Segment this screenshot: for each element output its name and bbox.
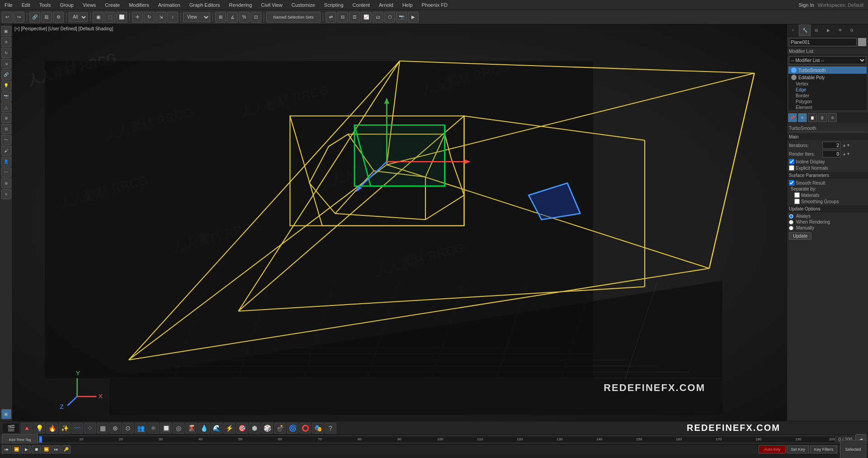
modifier-editable-poly[interactable]: Editable Poly — [788, 74, 867, 81]
menu-content[interactable]: Content — [348, 1, 375, 9]
anim-fx6-btn[interactable]: ⬢ — [249, 423, 260, 434]
anim-water-btn[interactable]: 〰 — [71, 423, 83, 434]
anim-fx11-btn[interactable]: 🎭 — [312, 423, 324, 434]
manually-radio[interactable] — [789, 226, 793, 230]
lt-scale[interactable]: ⇲ — [1, 59, 11, 69]
anim-fx10-btn[interactable]: ⭕ — [299, 423, 311, 434]
menu-animation[interactable]: Animation — [154, 1, 185, 9]
mirror-button[interactable]: ⇌ — [326, 12, 336, 23]
lt-geo[interactable]: △ — [1, 102, 11, 112]
ms-show[interactable]: 👁 — [798, 113, 807, 122]
mod-sub-vertex[interactable]: Vertex — [788, 81, 867, 87]
anim-fx2-btn[interactable]: 💧 — [198, 423, 210, 434]
sign-in-label[interactable]: Sign In — [798, 2, 814, 8]
lt-helper[interactable]: ⊕ — [1, 113, 11, 123]
lt-rotate[interactable]: ↻ — [1, 48, 11, 58]
lt-populate[interactable]: 👤 — [1, 157, 11, 167]
menu-civil-view[interactable]: Civil View — [256, 1, 287, 9]
timeline-track[interactable]: 1 10 20 30 40 50 60 70 80 90 100 110 120… — [39, 436, 835, 443]
scale-type-button[interactable]: ↕ — [167, 12, 178, 23]
snap-toggle[interactable]: ⊞ — [215, 12, 226, 23]
anim-cloth-btn[interactable]: ▦ — [97, 423, 108, 434]
object-name-input[interactable] — [789, 38, 857, 46]
menu-help[interactable]: Help — [398, 1, 417, 9]
smoothing-groups-checkbox[interactable] — [794, 199, 800, 204]
anim-bodies-btn[interactable]: ⊛ — [109, 423, 121, 434]
ms-copy[interactable]: 📋 — [808, 113, 817, 122]
next-key-btn[interactable]: ⏩ — [42, 445, 51, 453]
prev-key-btn[interactable]: ⏪ — [12, 445, 21, 453]
anim-effects-btn[interactable]: ✨ — [59, 423, 71, 434]
mod-sub-polygon[interactable]: Polygon — [788, 99, 867, 105]
lt-curve[interactable]: 〜 — [1, 135, 11, 145]
iterations-input[interactable] — [822, 142, 840, 149]
rp-tab-motion[interactable]: ▶ — [822, 24, 834, 36]
anim-fx5-btn[interactable]: 🎯 — [236, 423, 248, 434]
bind-button[interactable]: ⚙ — [53, 12, 64, 23]
smooth-result-checkbox[interactable] — [789, 180, 794, 186]
align-button[interactable]: ⊟ — [337, 12, 348, 23]
menu-scripting[interactable]: Scripting — [320, 1, 348, 9]
play-btn[interactable]: ▶ — [22, 445, 31, 453]
lt-paint[interactable]: 🖌 — [1, 146, 11, 156]
rp-tab-utilities[interactable]: ⚙ — [846, 24, 858, 36]
mod-sub-element[interactable]: Element — [788, 105, 867, 110]
lt-viewport-small[interactable]: ▣ — [1, 409, 11, 419]
menu-modifiers[interactable]: Modifiers — [124, 1, 154, 9]
key-filters-btn[interactable]: Key Filters — [810, 445, 837, 453]
auto-key-btn[interactable]: Auto Key — [759, 445, 786, 453]
link-button[interactable]: 🔗 — [29, 12, 40, 23]
anim-fx9-btn[interactable]: 🌀 — [287, 423, 298, 434]
anim-geo-btn[interactable]: 🔺 — [21, 423, 33, 434]
key-mode-btn[interactable]: 🔑 — [61, 445, 71, 453]
render-iters-input[interactable] — [822, 150, 840, 157]
select-mode-dropdown[interactable]: All — [69, 12, 88, 22]
menu-edit[interactable]: Edit — [17, 1, 35, 9]
menu-file[interactable]: File — [0, 1, 17, 9]
menu-graph-editors[interactable]: Graph Editors — [185, 1, 225, 9]
isoline-checkbox[interactable] — [789, 159, 794, 164]
lt-space[interactable]: ⊞ — [1, 124, 11, 134]
window-crossing-button[interactable]: ⬜ — [116, 12, 127, 23]
lt-camera[interactable]: 📷 — [1, 91, 11, 101]
rp-tab-display[interactable]: 👁 — [834, 24, 846, 36]
lt-fluids[interactable]: 〰 — [1, 167, 11, 177]
lt-select[interactable]: ▣ — [1, 26, 11, 36]
mini-scene-btn[interactable]: 🎬 — [2, 423, 20, 434]
anim-fire-btn[interactable]: 🔥 — [46, 423, 58, 434]
schematic-button[interactable]: 🗂 — [373, 12, 383, 23]
stop-btn[interactable]: ⏹ — [32, 445, 41, 453]
anim-cloth2-btn[interactable]: 🔲 — [160, 423, 172, 434]
anim-reactor-btn[interactable]: ⚛ — [147, 423, 159, 434]
anim-dynamics-btn[interactable]: ⊙ — [122, 423, 134, 434]
menu-tools[interactable]: Tools — [35, 1, 56, 9]
update-button[interactable]: Update — [789, 232, 811, 240]
spinner-snap[interactable]: ⊡ — [250, 12, 261, 23]
select-button[interactable]: ▣ — [93, 12, 104, 23]
rp-tab-create[interactable]: + — [787, 24, 799, 36]
ms-delete[interactable]: 🗑 — [818, 113, 827, 122]
lt-light[interactable]: 💡 — [1, 81, 11, 91]
mod-sub-edge[interactable]: Edge — [788, 87, 867, 93]
curve-editor-button[interactable]: 📈 — [361, 12, 372, 23]
anim-fx1-btn[interactable]: 🌋 — [185, 423, 197, 434]
goto-start-btn[interactable]: ⏮ — [2, 445, 11, 453]
unlink-button[interactable]: ⛓ — [41, 12, 52, 23]
select-region-button[interactable]: ⬚ — [104, 12, 115, 23]
ep-eye-icon[interactable] — [791, 75, 797, 80]
materials-checkbox[interactable] — [794, 192, 800, 198]
move-button[interactable]: ✛ — [132, 12, 143, 23]
ms-config[interactable]: ⚙ — [828, 113, 837, 122]
scale-button[interactable]: ⇲ — [156, 12, 166, 23]
modifier-turbosmooth[interactable]: TurboSmooth — [788, 67, 867, 74]
lt-link[interactable]: 🔗 — [1, 70, 11, 80]
anim-fx8-btn[interactable]: 💣 — [274, 423, 286, 434]
angle-snap[interactable]: ∡ — [227, 12, 238, 23]
menu-phoenix-fd[interactable]: Phoenix FD — [417, 1, 452, 9]
anim-fx3-btn[interactable]: 🌊 — [211, 423, 222, 434]
explicit-normals-checkbox[interactable] — [789, 165, 794, 171]
goto-end-btn[interactable]: ⏭ — [52, 445, 61, 453]
anim-light-btn[interactable]: 💡 — [33, 423, 45, 434]
iterations-spinner[interactable]: ▲▼ — [842, 143, 850, 148]
render-button[interactable]: ▶ — [408, 12, 419, 23]
